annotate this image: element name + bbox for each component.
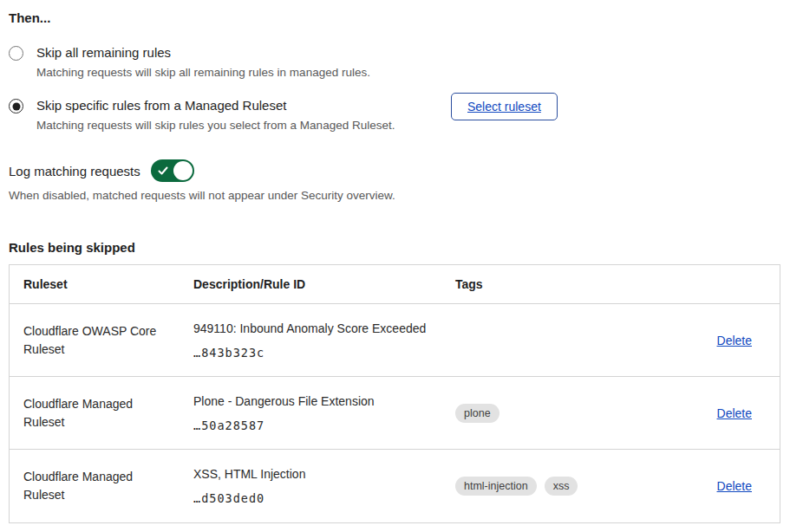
actions-cell: Delete xyxy=(688,405,752,421)
log-requests-toggle[interactable] xyxy=(151,159,194,182)
delete-link[interactable]: Delete xyxy=(717,479,752,493)
rule-description: Plone - Dangerous File Extension xyxy=(193,394,455,409)
ruleset-cell: Cloudflare OWASP Core Ruleset xyxy=(23,322,193,359)
tags-cell: html-injectionxss xyxy=(455,477,688,496)
tag-badge: xss xyxy=(545,477,578,496)
toggle-knob xyxy=(173,161,193,180)
table-row: Cloudflare Managed Ruleset XSS, HTML Inj… xyxy=(10,450,780,522)
option-skip-specific-rules: Skip specific rules from a Managed Rules… xyxy=(9,98,781,133)
table-row: Cloudflare OWASP Core Ruleset 949110: In… xyxy=(10,304,780,377)
description-cell: XSS, HTML Injection …d503ded0 xyxy=(193,467,455,505)
radio-skip-specific-rules[interactable] xyxy=(9,99,23,114)
table-row: Cloudflare Managed Ruleset Plone - Dange… xyxy=(10,377,780,450)
table-header-row: Ruleset Description/Rule ID Tags xyxy=(10,265,780,304)
action-radio-group: Skip all remaining rules Matching reques… xyxy=(9,45,781,133)
rule-id: …843b323c xyxy=(193,346,455,360)
option-label[interactable]: Skip all remaining rules xyxy=(36,45,370,61)
rules-table-heading: Rules being skipped xyxy=(9,240,781,255)
option-skip-all-remaining: Skip all remaining rules Matching reques… xyxy=(9,45,781,80)
rule-description: 949110: Inbound Anomaly Score Exceeded xyxy=(193,321,455,336)
log-toggle-label: Log matching requests xyxy=(9,164,140,178)
tag-badge: html-injection xyxy=(455,477,537,496)
column-header-tags: Tags xyxy=(455,277,688,291)
delete-link[interactable]: Delete xyxy=(717,334,752,347)
option-description: Matching requests will skip rules you se… xyxy=(36,118,395,133)
actions-cell: Delete xyxy=(688,333,752,348)
waf-skip-rule-panel: Then... Skip all remaining rules Matchin… xyxy=(0,0,790,523)
rule-description: XSS, HTML Injection xyxy=(193,467,455,482)
then-heading: Then... xyxy=(9,9,781,25)
ruleset-cell: Cloudflare Managed Ruleset xyxy=(23,468,193,504)
radio-skip-all-remaining[interactable] xyxy=(9,46,23,61)
option-text: Skip all remaining rules Matching reques… xyxy=(36,45,370,80)
column-header-ruleset: Ruleset xyxy=(23,277,193,291)
ruleset-cell: Cloudflare Managed Ruleset xyxy=(23,395,193,431)
tags-cell: plone xyxy=(455,404,688,423)
description-cell: Plone - Dangerous File Extension …50a285… xyxy=(193,394,455,432)
tag-badge: plone xyxy=(455,404,499,423)
log-toggle-description: When disabled, matched requests will not… xyxy=(9,189,781,202)
actions-cell: Delete xyxy=(688,478,752,494)
option-label[interactable]: Skip specific rules from a Managed Rules… xyxy=(36,98,395,114)
check-icon xyxy=(158,165,168,176)
rules-being-skipped-table: Ruleset Description/Rule ID Tags Cloudfl… xyxy=(9,264,780,523)
rule-id: …d503ded0 xyxy=(193,491,455,505)
select-ruleset-button[interactable]: Select ruleset xyxy=(451,93,558,120)
option-text: Skip specific rules from a Managed Rules… xyxy=(36,98,395,133)
option-description: Matching requests will skip all remainin… xyxy=(36,65,370,80)
delete-link[interactable]: Delete xyxy=(717,406,752,420)
column-header-description: Description/Rule ID xyxy=(193,277,455,291)
log-matching-requests-row: Log matching requests xyxy=(9,159,781,182)
description-cell: 949110: Inbound Anomaly Score Exceeded …… xyxy=(193,321,455,360)
rule-id: …50a28587 xyxy=(193,418,455,432)
